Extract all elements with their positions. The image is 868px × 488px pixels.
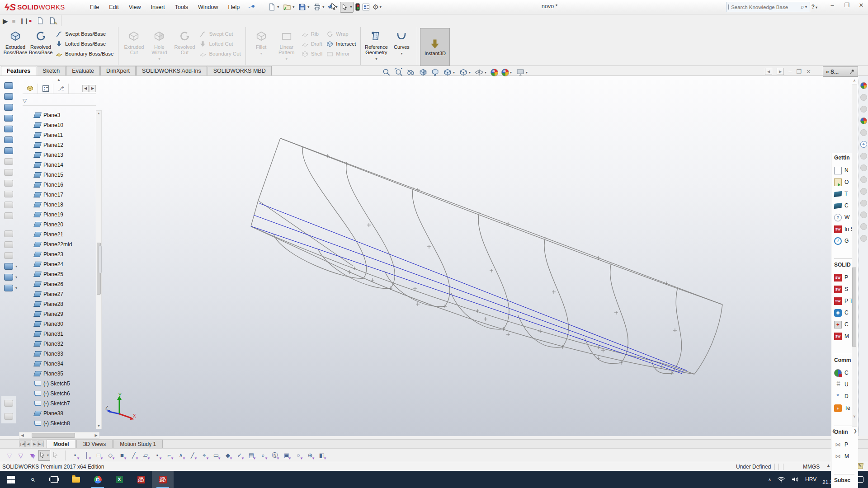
menu-item[interactable]: File xyxy=(85,2,104,12)
filter-planes[interactable]: ▱ xyxy=(140,450,151,461)
filter-sketch-points[interactable]: ▪ xyxy=(151,450,163,461)
display-style-icon[interactable]: ▾ xyxy=(459,68,472,77)
tree-item[interactable]: Plane13 xyxy=(22,150,94,160)
trim-surface[interactable] xyxy=(4,241,13,248)
filled-surface[interactable] xyxy=(4,136,13,143)
extruded-boss-button[interactable]: Extruded Boss/Base xyxy=(3,28,28,55)
filter-surface-bodies[interactable]: ◇ xyxy=(104,450,116,461)
linear-pattern-button[interactable]: Linear Pattern▾ xyxy=(274,28,299,62)
tree-item[interactable]: Plane18 xyxy=(22,200,94,210)
extruded-cut-button[interactable]: Extruded Cut xyxy=(121,28,146,55)
apply-scene-icon[interactable]: ▾ xyxy=(501,69,513,76)
menu-item[interactable]: Window xyxy=(193,2,223,12)
lasso-select-button[interactable] xyxy=(50,450,60,461)
sphere-gear-icon[interactable] xyxy=(860,211,867,218)
rebuild-button[interactable] xyxy=(354,2,361,12)
wifi-icon[interactable] xyxy=(777,476,785,483)
file-explorer-button[interactable] xyxy=(65,471,87,488)
edit-appearance-icon[interactable] xyxy=(491,69,498,76)
tree-item[interactable]: Plane3 xyxy=(22,110,94,120)
curves-button[interactable]: Curves▾ xyxy=(389,28,414,56)
menu-item[interactable]: Insert xyxy=(146,2,170,12)
swept-cut-button[interactable]: Swept Cut xyxy=(197,29,242,39)
configurationmanager-tab[interactable]: ⎇ xyxy=(53,84,69,94)
tree-item[interactable]: Plane21 xyxy=(22,230,94,239)
menu-item[interactable]: Tools xyxy=(170,2,193,12)
knowledge-base-search[interactable]: ⌕ ▾ xyxy=(726,2,810,12)
view-orientation-icon[interactable]: ▾ xyxy=(443,68,456,77)
apply-scene-icon[interactable] xyxy=(860,106,867,113)
tree-item[interactable]: Plane14 xyxy=(22,160,94,170)
restore-doc-button[interactable]: ❐ xyxy=(796,68,802,75)
search-input[interactable] xyxy=(731,5,801,10)
zoom-to-fit-icon[interactable] xyxy=(382,68,391,77)
previous-view-icon[interactable] xyxy=(406,68,415,77)
intersect-button[interactable]: Intersect xyxy=(324,39,358,49)
new-macro-icon[interactable] xyxy=(36,17,44,25)
tree-item[interactable]: Plane25 xyxy=(22,269,94,279)
record-macro-icon[interactable]: ❙❙● xyxy=(19,18,32,24)
pin-task-pane-icon[interactable] xyxy=(849,69,855,75)
mirror-button[interactable]: Mirror xyxy=(324,49,358,59)
command-tab[interactable]: SOLIDWORKS Add-Ins xyxy=(136,66,207,75)
boundary-surface[interactable] xyxy=(4,126,13,132)
rib-button[interactable]: Rib xyxy=(299,29,325,39)
filter-edges[interactable]: │ xyxy=(81,450,93,461)
hidden-icons-button[interactable]: ∧ xyxy=(768,477,771,482)
file-properties-button[interactable] xyxy=(362,2,370,12)
tree-item[interactable]: Plane20 xyxy=(22,220,94,230)
minimize-button[interactable]: – xyxy=(828,2,836,9)
next-tab-button[interactable]: ▶ xyxy=(32,441,38,447)
edit-scene-icon[interactable] xyxy=(860,117,867,124)
filter-sketches[interactable]: ⌐ xyxy=(163,450,175,461)
filter-solid-bodies[interactable]: ■ xyxy=(116,450,128,461)
filter-faces[interactable]: □ xyxy=(93,450,104,461)
previous-pane-button[interactable]: ◀ xyxy=(765,68,772,75)
search-icon[interactable]: ⌕ xyxy=(801,3,804,11)
hole-wizard-button[interactable]: Hole Wizard▾ xyxy=(146,28,172,62)
render-icon[interactable] xyxy=(860,164,867,171)
close-button[interactable]: ✕ xyxy=(857,2,865,9)
all-filters-button[interactable]: ▼ xyxy=(27,450,37,461)
thicken[interactable] xyxy=(4,263,13,270)
panel-splitter-handle[interactable] xyxy=(99,245,102,273)
stop-macro-icon[interactable]: ■ xyxy=(12,18,16,24)
revolved-boss-button[interactable]: Revolved Boss/Base xyxy=(28,28,53,55)
tree-item[interactable]: Plane19 xyxy=(22,210,94,220)
lofted-surface[interactable] xyxy=(4,115,13,122)
shell-button[interactable]: Shell xyxy=(299,49,325,59)
volume-icon[interactable] xyxy=(791,476,799,483)
tree-item[interactable]: Plane30 xyxy=(22,319,94,329)
task-pane-scroll-down-icon[interactable]: ∨ xyxy=(852,413,857,419)
featuremanager-tab[interactable] xyxy=(23,84,38,94)
tree-item[interactable]: Plane22mid xyxy=(22,239,94,249)
tree-item[interactable]: Plane11 xyxy=(22,130,94,140)
lofted-boss-button[interactable]: Lofted Boss/Base xyxy=(53,39,115,49)
reference-geometry-side[interactable] xyxy=(4,274,13,281)
run-macro-icon[interactable]: ▶ xyxy=(3,18,8,24)
knit-surface[interactable] xyxy=(4,212,13,219)
planar-surface[interactable] xyxy=(4,147,13,154)
tree-item[interactable]: (-) Sketch8 xyxy=(22,418,94,428)
open-button[interactable]: ▾ xyxy=(282,1,296,13)
sphere-icon[interactable] xyxy=(860,176,867,183)
tree-item[interactable]: (-) Sketch6 xyxy=(22,389,94,399)
draft-button[interactable]: Draft xyxy=(299,39,325,49)
revolved-cut-button[interactable]: Revolved Cut xyxy=(172,28,197,55)
solidworks-active-button[interactable]: SW2017 xyxy=(152,471,174,488)
untrim-surface[interactable] xyxy=(4,252,13,259)
step-icon[interactable] xyxy=(4,413,13,420)
new-document-button[interactable]: ▾ xyxy=(267,1,281,13)
tree-item[interactable]: Plane38 xyxy=(22,408,94,418)
filter-datums[interactable]: Ⓝ xyxy=(269,450,281,461)
task-view-button[interactable] xyxy=(43,471,65,488)
tree-item[interactable]: Plane32 xyxy=(22,339,94,349)
menu-item[interactable]: Edit xyxy=(104,2,124,12)
task-pane-item[interactable]: M xyxy=(834,450,858,462)
edit-appearance-icon[interactable] xyxy=(860,82,867,89)
tree-item[interactable]: (-) Sketch5 xyxy=(22,379,94,389)
first-tab-button[interactable]: ❘◀ xyxy=(19,441,25,447)
minimize-doc-button[interactable]: – xyxy=(788,68,792,75)
section-view-icon[interactable] xyxy=(419,68,428,77)
command-tab[interactable]: Sketch xyxy=(37,66,66,75)
